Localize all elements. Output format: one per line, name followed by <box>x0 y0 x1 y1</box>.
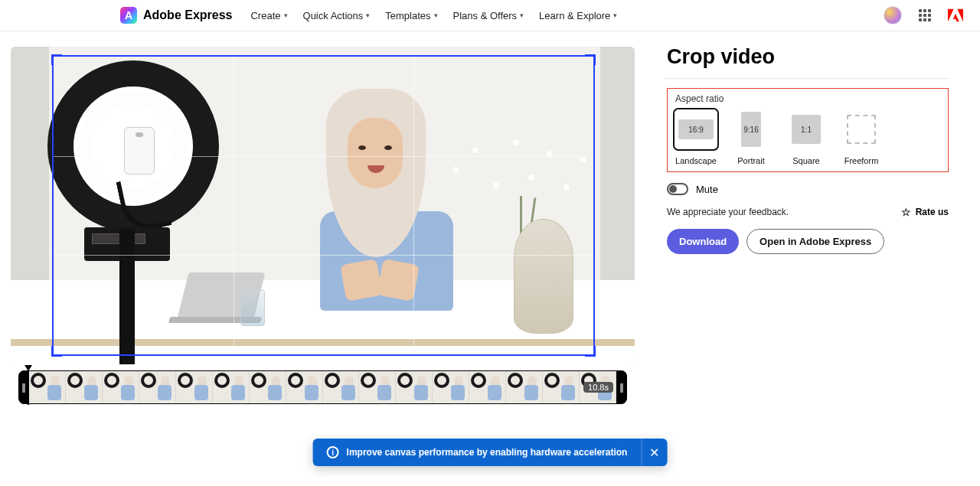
aspect-ratio-options: 16:9 Landscape 9:16 Portrait 1:1 Square … <box>674 109 942 165</box>
nav-quick-actions-label: Quick Actions <box>303 10 364 21</box>
chevron-down-icon: ▾ <box>520 11 524 19</box>
trim-handle-end[interactable] <box>616 370 627 404</box>
crop-grid-line <box>413 57 414 354</box>
user-avatar[interactable] <box>884 6 902 24</box>
feedback-text: We appreciate your feedback. <box>667 207 789 217</box>
crop-overlay[interactable] <box>52 55 595 356</box>
chevron-down-icon: ▾ <box>613 11 617 19</box>
timeline-thumbnail[interactable] <box>66 371 103 403</box>
header-right <box>884 6 963 24</box>
mute-row: Mute <box>667 183 949 195</box>
mute-toggle[interactable] <box>667 183 688 195</box>
crop-handle-top-right[interactable] <box>585 54 596 65</box>
header-left: Adobe Express Create▾ Quick Actions▾ Tem… <box>0 7 617 24</box>
chevron-down-icon: ▾ <box>434 11 438 19</box>
cta-row: Download Open in Adobe Express <box>667 229 949 254</box>
video-canvas[interactable] <box>11 47 635 364</box>
toast-body[interactable]: i Improve canvas performance by enabling… <box>313 439 642 466</box>
video-timeline[interactable]: 10.8s <box>18 370 627 404</box>
aspect-ratio-text: 9:16 <box>743 126 758 134</box>
page-title: Crop video <box>667 45 949 69</box>
timeline-playhead[interactable] <box>24 365 32 405</box>
open-in-express-button[interactable]: Open in Adobe Express <box>746 229 884 254</box>
crop-handle-top-left[interactable] <box>51 54 62 65</box>
chevron-down-icon: ▾ <box>284 11 288 19</box>
timeline-thumbnail[interactable] <box>543 371 580 403</box>
performance-toast: i Improve canvas performance by enabling… <box>313 439 668 466</box>
nav-templates[interactable]: Templates▾ <box>385 10 437 21</box>
timeline-thumbnail[interactable] <box>286 371 323 403</box>
timeline-thumbnail[interactable] <box>323 371 360 403</box>
aspect-caption: Freeform <box>839 156 884 165</box>
nav-quick-actions[interactable]: Quick Actions▾ <box>303 10 371 21</box>
timeline-thumbnail[interactable] <box>433 371 469 403</box>
nav-plans[interactable]: Plans & Offers▾ <box>453 10 524 21</box>
crop-grid-line <box>54 156 593 157</box>
nav-plans-label: Plans & Offers <box>453 10 518 21</box>
aspect-caption: Landscape <box>674 156 718 165</box>
timeline-thumbnail[interactable] <box>396 371 433 403</box>
chevron-down-icon: ▾ <box>366 11 370 19</box>
crop-grid-line <box>54 255 593 256</box>
crop-handle-bottom-left[interactable] <box>51 346 62 357</box>
rate-us-label: Rate us <box>916 207 949 217</box>
app-header: Adobe Express Create▾ Quick Actions▾ Tem… <box>0 0 980 31</box>
timeline-strip[interactable]: 10.8s <box>18 370 627 404</box>
timeline-thumbnail[interactable] <box>359 371 396 403</box>
aspect-option-landscape[interactable]: 16:9 Landscape <box>674 109 718 165</box>
timeline-thumbnail[interactable] <box>139 371 176 403</box>
crop-handle-bottom-right[interactable] <box>585 346 596 357</box>
settings-panel: Crop video Aspect ratio 16:9 Landscape 9… <box>645 31 967 404</box>
crop-grid-line <box>234 57 234 354</box>
main-content: 10.8s Crop video Aspect ratio 16:9 Lands… <box>0 31 980 404</box>
timeline-thumbnail[interactable] <box>469 371 506 403</box>
aspect-option-square[interactable]: 1:1 Square <box>784 109 828 165</box>
aspect-ratio-label: Aspect ratio <box>675 93 942 104</box>
timeline-thumbnail[interactable] <box>29 371 66 403</box>
video-duration: 10.8s <box>583 382 613 393</box>
brand[interactable]: Adobe Express <box>120 7 232 24</box>
brand-name: Adobe Express <box>143 8 232 22</box>
aspect-caption: Portrait <box>729 156 773 165</box>
aspect-ratio-text: 16:9 <box>688 126 703 134</box>
nav-learn[interactable]: Learn & Explore▾ <box>539 10 617 21</box>
adobe-logo-icon[interactable] <box>948 8 963 22</box>
aspect-option-portrait[interactable]: 9:16 Portrait <box>729 109 773 165</box>
download-button[interactable]: Download <box>667 229 739 254</box>
brand-logo-icon <box>120 7 137 24</box>
nav-learn-label: Learn & Explore <box>539 10 610 21</box>
main-nav: Create▾ Quick Actions▾ Templates▾ Plans … <box>250 10 617 21</box>
editor-area: 10.8s <box>0 31 645 404</box>
aspect-ratio-group: Aspect ratio 16:9 Landscape 9:16 Portrai… <box>667 88 949 172</box>
star-icon: ☆ <box>901 206 911 218</box>
nav-create-label: Create <box>250 10 280 21</box>
app-switcher-icon[interactable] <box>919 9 931 21</box>
info-icon: i <box>327 446 339 458</box>
aspect-ratio-text: 1:1 <box>801 126 812 134</box>
timeline-thumbnail[interactable] <box>103 371 139 403</box>
nav-templates-label: Templates <box>385 10 430 21</box>
feedback-row: We appreciate your feedback. ☆ Rate us <box>667 206 949 218</box>
timeline-thumbnail[interactable] <box>213 371 250 403</box>
rate-us-button[interactable]: ☆ Rate us <box>901 206 949 218</box>
mute-label: Mute <box>696 184 718 195</box>
divider <box>665 78 950 79</box>
toast-message: Improve canvas performance by enabling h… <box>347 447 628 458</box>
timeline-thumbnail[interactable] <box>250 371 286 403</box>
toast-close-button[interactable]: ✕ <box>641 439 667 466</box>
nav-create[interactable]: Create▾ <box>250 10 287 21</box>
timeline-thumbnail[interactable] <box>506 371 543 403</box>
aspect-option-freeform[interactable]: Freeform <box>839 109 884 165</box>
timeline-thumbnail[interactable] <box>176 371 213 403</box>
aspect-caption: Square <box>784 156 828 165</box>
close-icon: ✕ <box>649 445 659 460</box>
